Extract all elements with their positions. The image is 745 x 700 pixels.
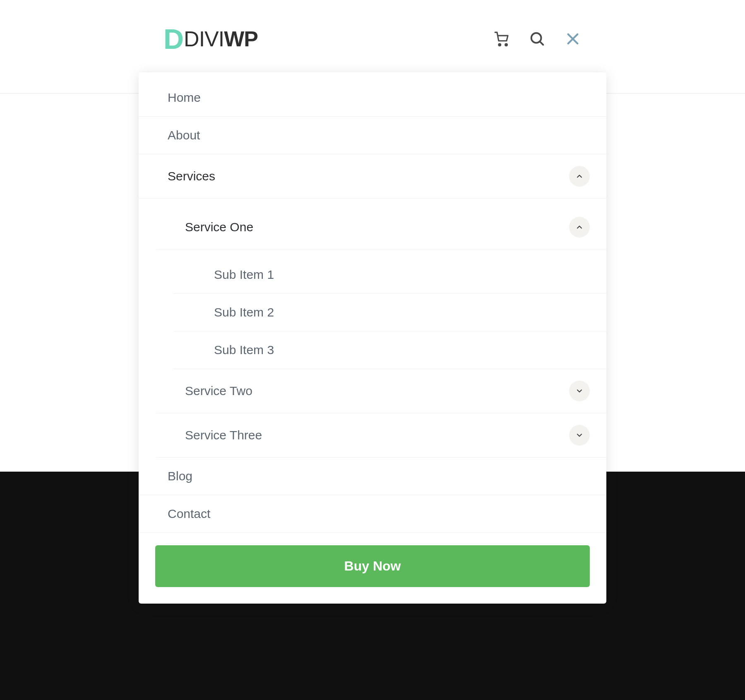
menu-label-sub1: Sub Item 1 [214,268,274,282]
menu-item-services[interactable]: Services [139,154,606,199]
close-icon[interactable] [564,30,582,48]
svg-point-0 [499,44,501,46]
menu-label-service-one: Service One [185,220,253,234]
logo[interactable]: D DIVIWP [163,23,258,55]
menu-list: Home About Services Service One [139,72,606,533]
menu-label-about: About [168,128,200,142]
menu-item-service-two[interactable]: Service Two [156,369,606,413]
chevron-down-icon[interactable] [569,425,590,446]
menu-label-home: Home [168,91,201,105]
menu-item-sub1[interactable]: Sub Item 1 [173,249,606,294]
header-bar: D DIVIWP [139,0,606,72]
svg-point-1 [505,44,507,46]
menu-item-contact[interactable]: Contact [139,495,606,533]
header-actions [493,30,582,48]
chevron-down-icon[interactable] [569,381,590,401]
cart-icon[interactable] [493,30,510,48]
menu-label-blog: Blog [168,469,192,483]
menu-item-sub3[interactable]: Sub Item 3 [173,331,606,369]
chevron-up-icon[interactable] [569,217,590,237]
menu-item-service-three[interactable]: Service Three [156,413,606,458]
logo-mark: D [163,23,183,55]
search-icon[interactable] [529,30,546,48]
menu-label-sub2: Sub Item 2 [214,305,274,319]
menu-label-services: Services [168,169,215,183]
menu-label-service-three: Service Three [185,428,262,442]
buy-now-button[interactable]: Buy Now [155,545,590,587]
menu-item-blog[interactable]: Blog [139,458,606,495]
submenu-service-one: Sub Item 1 Sub Item 2 Sub Item 3 [156,249,606,369]
menu-label-sub3: Sub Item 3 [214,343,274,357]
menu-item-about[interactable]: About [139,117,606,154]
menu-label-contact: Contact [168,507,210,521]
logo-text: DIVIWP [184,26,258,51]
mobile-menu-panel: Home About Services Service One [139,72,606,604]
menu-label-service-two: Service Two [185,384,252,398]
svg-line-3 [540,41,543,45]
menu-item-home[interactable]: Home [139,72,606,117]
submenu-services: Service One Sub Item 1 Sub Item 2 [139,199,606,458]
chevron-up-icon[interactable] [569,166,590,187]
menu-item-sub2[interactable]: Sub Item 2 [173,294,606,331]
menu-item-service-one[interactable]: Service One [156,199,606,249]
